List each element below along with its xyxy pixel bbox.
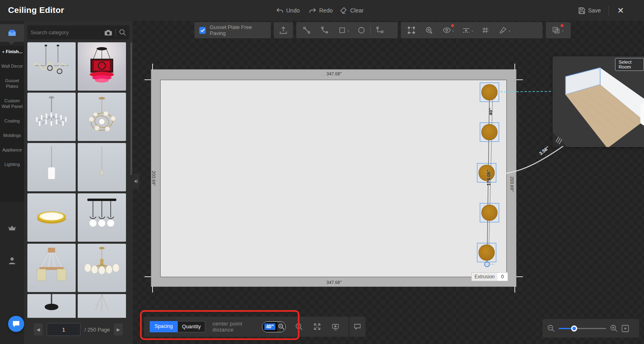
rail-item-gusset-plates[interactable]: Gusset Plates xyxy=(0,74,24,93)
catalog-scrollbar[interactable] xyxy=(130,42,132,175)
product-wood-frame-pendant[interactable] xyxy=(27,244,76,292)
spacing-tab[interactable]: Spacing xyxy=(150,321,178,332)
save-button[interactable]: Save xyxy=(578,6,601,15)
view-tools-group: ⌄ ⌄ ⌄ xyxy=(401,22,543,38)
corner-tick xyxy=(152,64,153,70)
zoom-in-icon[interactable] xyxy=(610,325,617,332)
pagination: ◀ / 250 Page ▶ xyxy=(24,319,133,340)
distance-input[interactable]: 40" xyxy=(262,322,277,332)
catalog-panel: ◀ / 250 Page ▶ xyxy=(24,21,133,344)
corner-tick xyxy=(516,276,523,277)
page-total-label: / 250 Page xyxy=(85,327,110,333)
topbar-divider xyxy=(609,6,609,15)
prev-page-button[interactable]: ◀ xyxy=(34,323,43,336)
rail-item-wall-decor[interactable]: Wall Decor xyxy=(0,60,24,73)
save-icon xyxy=(578,7,585,14)
chat-support-button[interactable] xyxy=(8,316,24,332)
ceiling-canvas[interactable]: 347.68'' 347.68'' 203.69'' 203.69'' 40''… xyxy=(151,69,516,287)
array-settings-bar: Spacing Quantity center point distance 4… xyxy=(144,317,349,337)
product-red-drum-pendant[interactable] xyxy=(78,42,126,91)
search-divider xyxy=(116,29,116,37)
undo-icon xyxy=(276,8,283,14)
zoom-in-canvas-icon[interactable] xyxy=(291,319,306,335)
panel-collapse-handle[interactable] xyxy=(132,173,140,189)
undo-button[interactable]: Undo xyxy=(276,6,299,15)
clear-button[interactable]: Clear xyxy=(340,6,363,15)
product-slim-chandelier[interactable] xyxy=(78,294,126,318)
extrusion-value[interactable]: 0 xyxy=(497,273,508,281)
product-white-cylinder-pendant[interactable] xyxy=(27,143,76,191)
caret-down-icon: ▼ xyxy=(2,50,5,54)
light-fixture-2[interactable] xyxy=(480,122,499,142)
rail-item-lighting[interactable]: Lighting xyxy=(0,158,24,171)
node-tool-icon[interactable] xyxy=(371,22,388,38)
rail-item-appliance[interactable]: Appliance xyxy=(0,143,24,156)
gusset-paving-label: Gusset Plate Free Paving xyxy=(210,24,266,36)
product-gold-arm-chandelier[interactable] xyxy=(78,244,126,292)
comment-icon[interactable] xyxy=(349,319,365,335)
rail-item-custom-wall-panel[interactable]: Custom Wall Panel xyxy=(0,94,24,113)
light-fixture-5[interactable] xyxy=(477,243,496,262)
select-room-button[interactable]: Select Room xyxy=(615,58,644,71)
rail-item-moldings[interactable]: Moldings xyxy=(0,129,24,142)
tab-pointer xyxy=(9,41,14,44)
fullscreen-icon[interactable] xyxy=(310,319,324,335)
spacing-dimension: 40'' xyxy=(488,108,493,115)
rail-item-finish[interactable]: ▼Finish... xyxy=(0,49,24,54)
quantity-tab[interactable]: Quantity xyxy=(178,321,205,332)
product-black-linear-globe-pendant[interactable] xyxy=(78,193,126,242)
light-fixture-circle xyxy=(481,205,497,221)
search-bar xyxy=(27,25,129,39)
notification-dot xyxy=(451,24,454,27)
visibility-icon[interactable] xyxy=(438,22,456,38)
tape-measure-icon[interactable] xyxy=(420,22,438,38)
arc-tool-icon[interactable] xyxy=(316,22,333,38)
export-icon[interactable] xyxy=(275,22,292,38)
close-button[interactable]: ✕ xyxy=(615,5,626,16)
line-tool-icon[interactable] xyxy=(298,22,316,38)
zoom-out-icon[interactable] xyxy=(547,325,555,332)
corner-tick xyxy=(144,276,151,277)
redo-button[interactable]: Redo xyxy=(309,6,332,15)
light-fixture-4[interactable] xyxy=(480,203,499,222)
product-wave-pendant[interactable] xyxy=(27,42,76,91)
search-input[interactable] xyxy=(31,29,104,35)
product-gold-round-ceiling-lamp[interactable] xyxy=(27,193,76,242)
fit-to-screen-icon[interactable] xyxy=(621,325,629,332)
grid-icon[interactable] xyxy=(477,22,494,38)
distance-input-group: 40" xyxy=(262,321,286,332)
check-icon xyxy=(200,29,205,32)
product-black-flush-mount[interactable] xyxy=(27,294,76,318)
extrusion-label: Extrusion xyxy=(472,273,497,281)
search-icon[interactable] xyxy=(119,29,126,36)
room-3d-preview[interactable]: Select Room xyxy=(553,56,644,147)
rail-item-coating[interactable]: Coating xyxy=(0,114,24,127)
extrusion-field[interactable]: Extrusion 0 xyxy=(471,272,508,281)
gusset-paving-checkbox[interactable] xyxy=(199,27,206,34)
draw-tools-group: ⌄ xyxy=(296,22,398,38)
user-profile-icon[interactable] xyxy=(0,257,24,265)
elevation-icon[interactable] xyxy=(457,22,475,38)
camera-search-icon[interactable] xyxy=(104,29,112,36)
corner-tick xyxy=(144,79,151,80)
zoom-slider[interactable] xyxy=(559,328,606,329)
membership-crown-icon[interactable] xyxy=(0,224,24,232)
next-page-button[interactable]: ▶ xyxy=(114,323,123,336)
circle-tool-icon[interactable] xyxy=(353,22,370,38)
light-fixture-1[interactable] xyxy=(480,83,499,102)
product-slim-pendant[interactable] xyxy=(78,143,126,191)
rectangle-tool-icon[interactable] xyxy=(333,22,351,38)
distance-value[interactable]: 40" xyxy=(264,323,275,330)
corner-tick xyxy=(516,79,523,80)
zoom-slider-thumb[interactable] xyxy=(571,325,577,332)
product-silver-candle-chandelier[interactable] xyxy=(27,93,76,141)
presentation-icon[interactable] xyxy=(328,319,343,335)
copy-layout-icon[interactable] xyxy=(547,22,565,38)
distance-zoom-out-icon[interactable] xyxy=(277,322,285,332)
catalog-grid xyxy=(27,42,130,318)
marquee-select-icon[interactable] xyxy=(402,22,420,38)
page-number-input[interactable] xyxy=(47,323,80,336)
paint-brush-icon[interactable] xyxy=(494,22,512,38)
product-gold-orbit-chandelier[interactable] xyxy=(78,93,126,141)
rail-category-list: Wall DecorGusset PlatesCustom Wall Panel… xyxy=(0,60,24,171)
